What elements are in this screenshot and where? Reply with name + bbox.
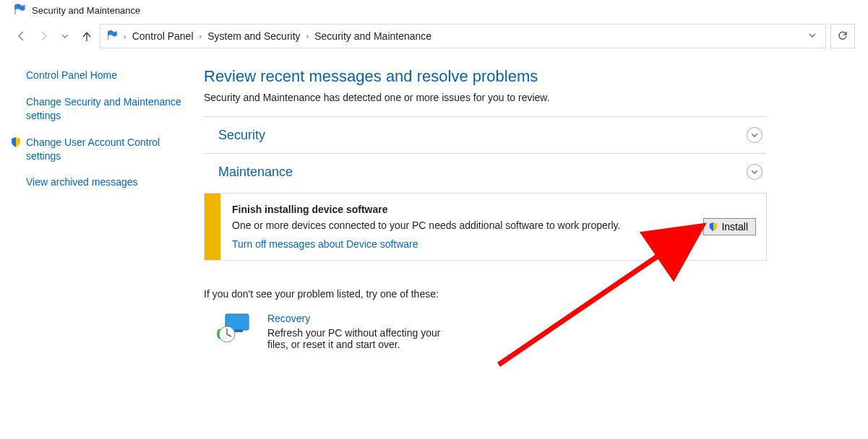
flag-icon bbox=[13, 3, 26, 18]
window-title: Security and Maintenance bbox=[32, 5, 140, 16]
chevron-down-icon bbox=[747, 127, 762, 143]
breadcrumb-item[interactable]: Security and Maintenance bbox=[314, 30, 431, 42]
sidebar-item-archived[interactable]: View archived messages bbox=[26, 175, 185, 189]
alert-description: One or more devices connected to your PC… bbox=[232, 220, 693, 231]
sidebar-item-home[interactable]: Control Panel Home bbox=[26, 69, 185, 82]
sidebar-item-change-security[interactable]: Change Security and Maintenance settings bbox=[26, 95, 185, 123]
page-title: Review recent messages and resolve probl… bbox=[204, 67, 767, 86]
nav-row: › Control Panel › System and Security › … bbox=[0, 24, 868, 54]
chevron-right-icon[interactable]: › bbox=[305, 32, 311, 40]
recent-dropdown[interactable] bbox=[56, 27, 74, 45]
sidebar: Control Panel Home Change Security and M… bbox=[0, 54, 195, 372]
back-button[interactable] bbox=[13, 27, 30, 45]
recovery-icon bbox=[215, 313, 253, 347]
maintenance-alert: Finish installing device software One or… bbox=[204, 193, 767, 261]
section-title: Maintenance bbox=[218, 165, 293, 180]
section-title: Security bbox=[218, 128, 265, 143]
refresh-button[interactable] bbox=[830, 24, 855, 48]
shield-icon bbox=[10, 136, 22, 148]
page-subtitle: Security and Maintenance has detected on… bbox=[204, 92, 767, 103]
flag-icon bbox=[106, 30, 118, 43]
recovery-block: Recovery Refresh your PC without affecti… bbox=[204, 313, 767, 350]
install-button-label: Install bbox=[721, 221, 748, 232]
hint-text: If you don't see your problem listed, tr… bbox=[204, 288, 767, 300]
sidebar-item-label: Change User Account Control settings bbox=[26, 136, 160, 162]
chevron-down-icon bbox=[747, 164, 762, 180]
recovery-link[interactable]: Recovery bbox=[267, 313, 310, 324]
security-section-header[interactable]: Security bbox=[204, 117, 767, 153]
turn-off-messages-link[interactable]: Turn off messages about Device software bbox=[232, 238, 418, 250]
breadcrumb-item[interactable]: Control Panel bbox=[132, 30, 194, 42]
chevron-right-icon[interactable]: › bbox=[122, 32, 128, 40]
chevron-right-icon[interactable]: › bbox=[198, 32, 204, 40]
breadcrumb-item[interactable]: System and Security bbox=[207, 30, 300, 42]
alert-title: Finish installing device software bbox=[232, 204, 693, 215]
recovery-description: Refresh your PC without affecting your f… bbox=[267, 327, 448, 350]
address-dropdown[interactable] bbox=[805, 30, 820, 42]
forward-button[interactable] bbox=[35, 27, 52, 45]
shield-icon bbox=[708, 222, 718, 232]
maintenance-section-header[interactable]: Maintenance bbox=[204, 154, 767, 190]
address-bar[interactable]: › Control Panel › System and Security › … bbox=[100, 24, 826, 48]
up-button[interactable] bbox=[78, 27, 95, 45]
main-content: Review recent messages and resolve probl… bbox=[195, 54, 868, 372]
window-titlebar: Security and Maintenance bbox=[0, 0, 868, 24]
sidebar-item-uac[interactable]: Change User Account Control settings bbox=[26, 136, 185, 163]
install-button[interactable]: Install bbox=[703, 218, 756, 235]
alert-stripe bbox=[205, 194, 220, 260]
